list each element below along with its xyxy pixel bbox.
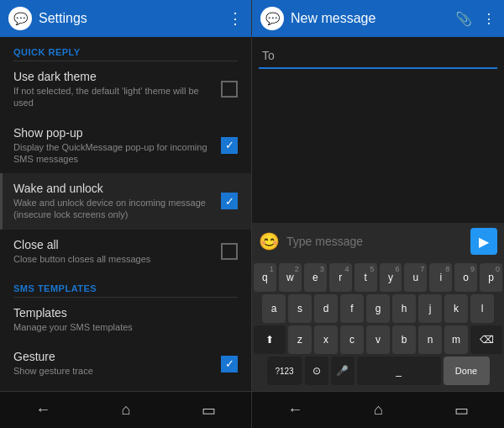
setting-templates[interactable]: Templates Manage your SMS templates: [0, 298, 251, 341]
overflow-menu-icon[interactable]: ⋮: [482, 11, 496, 27]
key-k[interactable]: k: [444, 294, 468, 323]
settings-panel: 💬 Settings ⋮ QUICK REPLY Use dark theme …: [0, 0, 252, 428]
gesture-desc: Show gesture trace: [13, 365, 213, 377]
key-z[interactable]: z: [288, 325, 312, 354]
keyboard-row-2: a s d f g h j k l: [254, 294, 502, 323]
right-nav-bar: ← ⌂ ▭: [252, 391, 504, 428]
right-recent-button[interactable]: ▭: [438, 394, 486, 426]
key-w[interactable]: 2w: [279, 263, 302, 292]
key-f[interactable]: f: [340, 294, 364, 323]
done-key[interactable]: Done: [444, 357, 490, 385]
right-back-button[interactable]: ←: [270, 394, 319, 425]
close-all-checkbox[interactable]: [221, 243, 238, 260]
right-header-icons: 📎 ⋮: [455, 11, 496, 27]
message-input[interactable]: [286, 235, 464, 248]
keyboard-number-hints: 1q 2w 3e 4r 5t 6y 7u: [254, 263, 502, 292]
message-body[interactable]: [259, 74, 497, 216]
key-q[interactable]: 1q: [254, 263, 276, 292]
right-home-button[interactable]: ⌂: [357, 394, 400, 425]
key-d[interactable]: d: [314, 294, 338, 323]
dark-theme-desc: If not selected, the default 'light' the…: [13, 85, 213, 109]
key-g[interactable]: g: [366, 294, 390, 323]
compose-bar: 😊 ▶: [252, 223, 504, 260]
section-quick-reply: QUICK REPLY: [0, 37, 251, 61]
show-popup-desc: Display the QuickMessage pop-up for inco…: [13, 141, 213, 166]
symbols-key[interactable]: ?123: [267, 357, 302, 385]
wake-unlock-desc: Wake and unlock device on incoming messa…: [13, 197, 213, 221]
new-message-panel: 💬 New message 📎 ⋮ To 😊 ▶ 1q 2w: [252, 0, 504, 428]
message-app-icon: 💬: [260, 7, 284, 30]
wake-unlock-checkbox[interactable]: [221, 193, 238, 209]
key-i[interactable]: 8i: [429, 263, 452, 292]
gesture-checkbox[interactable]: [221, 356, 238, 373]
close-all-desc: Close button closes all messages: [13, 253, 213, 265]
back-button[interactable]: ←: [18, 394, 67, 425]
key-o[interactable]: 9o: [454, 263, 477, 292]
setting-dark-theme[interactable]: Use dark theme If not selected, the defa…: [0, 61, 251, 118]
keyboard-row-3: ⬆ z x c v b n m ⌫: [254, 325, 502, 354]
key-c[interactable]: c: [340, 325, 364, 354]
emoji-button[interactable]: 😊: [259, 231, 280, 251]
settings-overflow-icon[interactable]: ⋮: [228, 9, 243, 28]
settings-title: Settings: [39, 11, 87, 26]
keyboard: 1q 2w 3e 4r 5t 6y 7u: [252, 260, 504, 391]
setting-gesture[interactable]: Gesture Show gesture trace: [0, 341, 251, 385]
key-p[interactable]: 0p: [480, 263, 502, 292]
gesture-title: Gesture: [13, 350, 213, 363]
new-message-header: 💬 New message 📎 ⋮: [252, 0, 504, 37]
wake-unlock-title: Wake and unlock: [13, 182, 213, 195]
settings-key[interactable]: ⊙: [305, 357, 328, 385]
key-l[interactable]: l: [470, 294, 494, 323]
send-button[interactable]: ▶: [470, 228, 497, 255]
key-x[interactable]: x: [314, 325, 338, 354]
templates-desc: Manage your SMS templates: [13, 321, 229, 333]
show-popup-checkbox[interactable]: [221, 137, 238, 154]
attach-icon[interactable]: 📎: [455, 11, 472, 27]
key-u[interactable]: 7u: [404, 263, 427, 292]
settings-header: 💬 Settings ⋮: [0, 0, 251, 37]
key-j[interactable]: j: [418, 294, 442, 323]
header-left: 💬 Settings: [8, 7, 87, 30]
key-m[interactable]: m: [444, 325, 468, 354]
key-s[interactable]: s: [288, 294, 312, 323]
mic-key[interactable]: 🎤: [331, 357, 354, 385]
settings-content: QUICK REPLY Use dark theme If not select…: [0, 37, 251, 391]
new-message-title: New message: [291, 11, 375, 26]
space-key[interactable]: _: [357, 357, 441, 385]
shift-key[interactable]: ⬆: [254, 325, 286, 354]
right-header-left: 💬 New message: [260, 7, 375, 30]
key-t[interactable]: 5t: [354, 263, 377, 292]
key-y[interactable]: 6y: [380, 263, 402, 292]
key-h[interactable]: h: [392, 294, 416, 323]
home-button[interactable]: ⌂: [105, 394, 148, 425]
section-sms-templates: SMS TEMPLATES: [0, 273, 251, 297]
backspace-key[interactable]: ⌫: [470, 325, 502, 354]
setting-show-popup[interactable]: Show pop-up Display the QuickMessage pop…: [0, 118, 251, 174]
key-v[interactable]: v: [366, 325, 390, 354]
templates-title: Templates: [13, 306, 229, 320]
left-nav-bar: ← ⌂ ▭: [0, 391, 251, 428]
show-popup-title: Show pop-up: [13, 126, 213, 140]
dark-theme-checkbox[interactable]: [221, 81, 238, 98]
recent-button[interactable]: ▭: [185, 394, 233, 426]
settings-app-icon: 💬: [8, 7, 32, 30]
message-area: To: [252, 37, 504, 223]
key-e[interactable]: 3e: [304, 263, 327, 292]
close-all-title: Close all: [13, 238, 213, 251]
setting-wake-unlock[interactable]: Wake and unlock Wake and unlock device o…: [0, 173, 251, 230]
setting-close-all[interactable]: Close all Close button closes all messag…: [0, 230, 251, 273]
key-r[interactable]: 4r: [329, 263, 352, 292]
to-field[interactable]: To: [259, 44, 497, 69]
keyboard-row-4: ?123 ⊙ 🎤 _ Done: [254, 357, 502, 385]
key-n[interactable]: n: [418, 325, 442, 354]
key-a[interactable]: a: [262, 294, 286, 323]
send-icon: ▶: [479, 234, 489, 250]
key-b[interactable]: b: [392, 325, 416, 354]
dark-theme-title: Use dark theme: [13, 70, 213, 83]
